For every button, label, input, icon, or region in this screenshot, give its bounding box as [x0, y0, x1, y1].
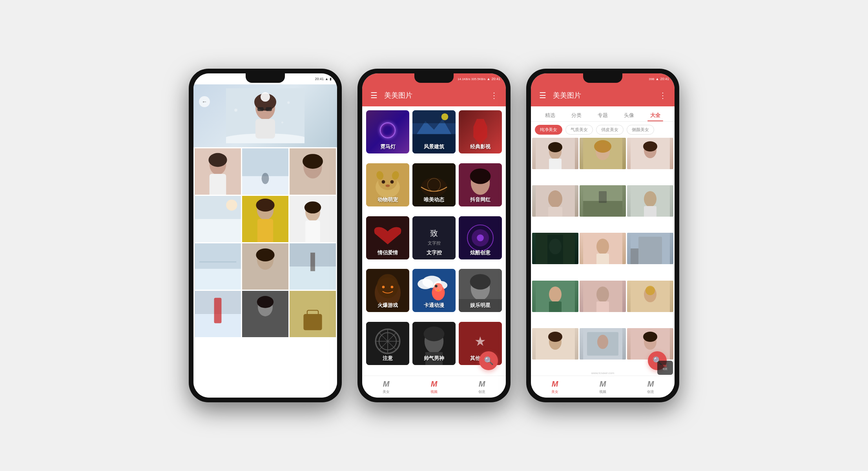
- tab-fenlei[interactable]: 分类: [563, 110, 590, 121]
- svg-rect-44: [214, 298, 222, 323]
- phone2-app-bar: ☰ 美美图片 ⋮: [362, 84, 506, 106]
- ironman-decoration: [472, 119, 489, 145]
- more-icon[interactable]: ⋮: [489, 91, 500, 100]
- phone3-wifi: ▲: [656, 77, 659, 81]
- phone1-back-button[interactable]: ←: [199, 96, 210, 107]
- tab-zhuanti[interactable]: 专题: [590, 110, 616, 121]
- girl-photo-12[interactable]: [627, 281, 673, 312]
- svg-point-24: [226, 199, 237, 210]
- svg-point-82: [391, 286, 394, 288]
- photo-cell-11[interactable]: [242, 291, 288, 337]
- filter-ceyan[interactable]: 侧颜美女: [627, 125, 654, 135]
- phone3-hamburger-icon[interactable]: ☰: [537, 91, 548, 100]
- phone2-nav-meinu[interactable]: M 美女: [362, 380, 410, 394]
- phone3: 39B ▲ 20:41 ☰ 美美图片 ⋮ 精选 分类 专: [526, 69, 679, 402]
- category-item-love[interactable]: 情侣爱情: [366, 216, 409, 259]
- photo-cell-3[interactable]: [290, 148, 336, 195]
- tab-touxiang[interactable]: 头像: [616, 110, 642, 121]
- svg-point-104: [424, 327, 445, 341]
- svg-point-131: [596, 239, 609, 254]
- svg-point-62: [390, 180, 394, 184]
- filter-qiaopi[interactable]: 俏皮美女: [596, 125, 624, 135]
- girl-photo-13[interactable]: [532, 328, 578, 360]
- photo-cell-1[interactable]: [195, 148, 241, 195]
- category-item-anime[interactable]: 唯美动态: [412, 163, 456, 206]
- photo-cell-6[interactable]: [290, 196, 336, 242]
- svg-rect-23: [195, 219, 241, 242]
- svg-point-55: [441, 113, 449, 120]
- svg-point-47: [257, 296, 274, 308]
- photo-cell-9[interactable]: [290, 243, 336, 290]
- video-label: 视频: [430, 389, 438, 394]
- svg-point-21: [303, 154, 323, 169]
- phone3-time: 20:41: [660, 77, 669, 81]
- category-item-star[interactable]: 娱乐明星: [459, 269, 502, 312]
- category-item-handsome[interactable]: 帅气男神: [412, 322, 456, 365]
- tab-jingxuan[interactable]: 精选: [537, 110, 563, 121]
- svg-rect-7: [255, 119, 275, 139]
- photo-cell-10[interactable]: [195, 291, 241, 337]
- phone3-nav-creative[interactable]: M 创意: [627, 380, 675, 394]
- category-item-game[interactable]: 火爆游戏: [366, 269, 409, 312]
- category-item-neon[interactable]: 霓马灯: [366, 110, 409, 153]
- girl-photo-2[interactable]: [580, 138, 626, 169]
- svg-rect-132: [596, 254, 609, 264]
- phone2-nav-video[interactable]: M 视频: [410, 380, 458, 394]
- category-item-cool[interactable]: 炫酷创意: [459, 216, 502, 259]
- girl-photo-10[interactable]: [532, 281, 578, 312]
- filter-qizhi[interactable]: 气质美女: [565, 125, 593, 135]
- girl-photo-14[interactable]: [580, 328, 626, 360]
- tab-daquan[interactable]: 大全: [642, 110, 668, 121]
- girl-photo-1[interactable]: [532, 138, 578, 169]
- photo-cell-5[interactable]: [242, 196, 288, 242]
- category-item-man[interactable]: 注意: [366, 322, 409, 365]
- girl-photo-11[interactable]: [580, 281, 626, 312]
- category-item-douyin[interactable]: 抖音网红: [459, 163, 502, 206]
- phone3-nav-video[interactable]: M 视频: [579, 380, 627, 394]
- phone3-nav-meinu[interactable]: M 美女: [531, 380, 579, 394]
- svg-point-8: [261, 92, 270, 102]
- svg-rect-123: [599, 191, 607, 203]
- category-item-pet[interactable]: 动物萌宠: [366, 163, 409, 206]
- svg-rect-120: [548, 207, 562, 217]
- girl-photo-8[interactable]: [580, 233, 626, 264]
- photo-cell-7[interactable]: [195, 243, 241, 290]
- girl-photo-5[interactable]: [580, 185, 626, 217]
- photo-cell-8[interactable]: [242, 243, 288, 290]
- phone3-app-title: 美美图片: [553, 91, 653, 100]
- category-label-anime: 唯美动态: [412, 196, 456, 203]
- category-item-landscape[interactable]: 风景建筑: [412, 110, 456, 153]
- phone3-meinu-label: 美女: [551, 389, 558, 394]
- svg-point-77: [477, 234, 484, 241]
- phone3-filter-row: 纯净美女 气质美女 俏皮美女 侧颜美女: [531, 122, 675, 138]
- girl-photo-4[interactable]: [532, 185, 578, 217]
- girl-photo-6[interactable]: [627, 185, 673, 217]
- category-item-movie[interactable]: 经典影视: [459, 110, 502, 153]
- svg-text:★: ★: [474, 334, 486, 349]
- phone1-screen: 20:41 ▲ ▮: [193, 73, 337, 398]
- svg-point-18: [262, 173, 269, 184]
- phone2-bottom-nav: M 美女 M 视频 M 创意: [362, 376, 506, 398]
- filter-pure[interactable]: 纯净美女: [535, 125, 562, 135]
- phone2-nav-creative[interactable]: M 创意: [458, 380, 506, 394]
- category-label-handsome: 帅气男神: [412, 355, 456, 362]
- category-item-text[interactable]: 致 文字控 文字控: [412, 216, 456, 259]
- phone3-more-icon[interactable]: ⋮: [657, 91, 668, 100]
- badge-logo: TC: [663, 365, 667, 367]
- svg-point-14: [208, 153, 227, 167]
- photo-cell-12[interactable]: [290, 291, 336, 337]
- photo-cell-4[interactable]: [195, 196, 241, 242]
- girl-photo-7[interactable]: [532, 233, 578, 264]
- svg-rect-126: [644, 206, 656, 217]
- phone3-status-icons: 39B ▲ 20:41: [649, 77, 669, 81]
- svg-rect-134: [638, 237, 662, 264]
- girl-photo-9[interactable]: [627, 233, 673, 264]
- creative-icon: M: [479, 380, 485, 389]
- phone2-fab[interactable]: 🔍: [479, 351, 498, 370]
- category-item-cartoon[interactable]: 卡通动漫: [412, 269, 456, 312]
- photo-cell-2[interactable]: [242, 148, 288, 195]
- hamburger-icon[interactable]: ☰: [368, 91, 379, 100]
- svg-rect-28: [257, 219, 273, 242]
- phone3-tab-row: 精选 分类 专题 头像 大全: [531, 106, 675, 122]
- girl-photo-3[interactable]: [627, 138, 673, 169]
